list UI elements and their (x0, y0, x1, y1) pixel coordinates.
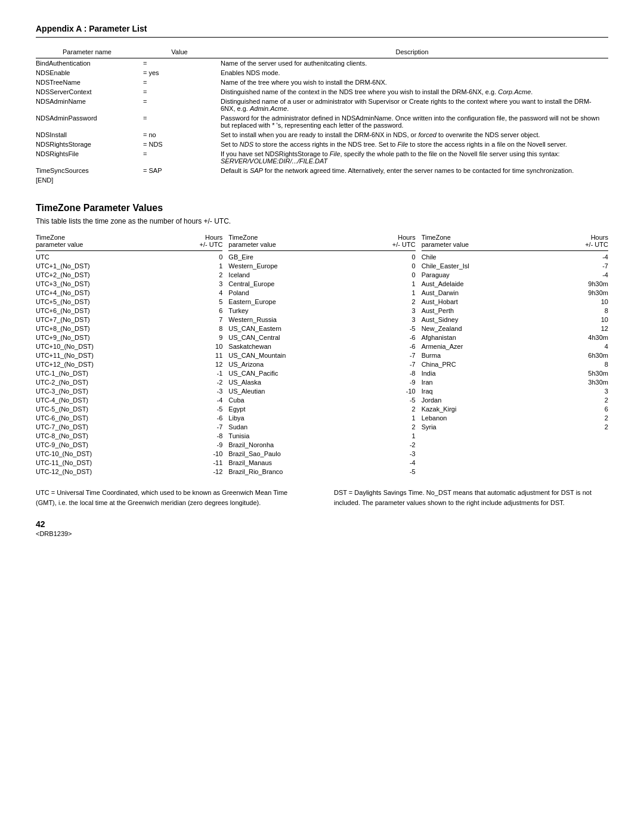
tz-row-name: Turkey (228, 307, 248, 314)
tz-row-hours: 9 (219, 334, 222, 341)
list-item: UTC+2_(No_DST)2 (36, 270, 222, 279)
tz-row-name: US_CAN_Pacific (228, 370, 278, 377)
tz-row-name: UTC+11_(No_DST) (36, 352, 94, 359)
footer-note-right: DST = Daylights Savings Time. No_DST mea… (334, 488, 608, 507)
table-row: NDSRightsStorage= NDSSet to NDS to store… (36, 140, 608, 149)
tz-row-hours: 6 (219, 307, 222, 314)
table-row: NDSEnable= yesEnables NDS mode. (36, 68, 608, 78)
tz-row-name: UTC+12_(No_DST) (36, 361, 94, 368)
tz-row-hours: 3 (412, 316, 416, 323)
tz-row-name: Aust_Sidney (422, 316, 459, 323)
tz-row-hours: 8 (605, 307, 608, 314)
list-item: Aust_Sidney10 (422, 315, 608, 324)
param-name: [END] (36, 175, 143, 185)
tz-row-name: UTC+4_(No_DST) (36, 289, 90, 296)
list-item: Iceland0 (228, 270, 415, 279)
tz-row-hours: 4h30m (588, 334, 608, 341)
tz-col1-header-hours: Hours +/- UTC (200, 234, 223, 248)
tz-row-hours: -8 (217, 432, 223, 439)
list-item: Syria2 (422, 422, 608, 431)
tz-row-hours: 2 (412, 423, 416, 431)
tz-row-name: India (422, 370, 436, 377)
list-item: UTC+6_(No_DST)6 (36, 306, 222, 315)
col-header-name: Parameter name (36, 47, 143, 58)
list-item: UTC+7_(No_DST)7 (36, 315, 222, 324)
tz-row-hours: -4 (602, 271, 608, 278)
list-item: Brazil_Rio_Branco-5 (228, 467, 415, 476)
list-item: Lebanon2 (422, 413, 608, 422)
list-item: New_Zealand12 (422, 324, 608, 333)
list-item: Aust_Darwin9h30m (422, 288, 608, 297)
tz-row-hours: 1 (219, 262, 222, 270)
tz-row-name: UTC+10_(No_DST) (36, 343, 94, 350)
tz-row-name: UTC-11_(No_DST) (36, 459, 92, 466)
tz-row-name: UTC-2_(No_DST) (36, 379, 88, 386)
tz-row-hours: -11 (213, 459, 222, 466)
tz-row-hours: -2 (410, 441, 416, 448)
appendix-header: Appendix A : Parameter List (36, 24, 608, 38)
tz-col3-header-hours: Hours +/- UTC (585, 234, 608, 248)
list-item: Burma6h30m (422, 351, 608, 360)
tz-row-name: UTC+9_(No_DST) (36, 334, 90, 341)
tz-row-hours: -7 (410, 352, 416, 359)
appendix-title: Appendix A : Parameter List (36, 24, 608, 33)
param-desc: Password for the administrator defined i… (221, 113, 608, 130)
tz-row-hours: 3 (605, 388, 608, 395)
list-item: Jordan2 (422, 395, 608, 404)
list-item: India5h30m (422, 368, 608, 377)
tz-row-name: Eastern_Europe (228, 298, 276, 305)
table-row: NDSTreeName=Name of the tree where you w… (36, 78, 608, 87)
tz-row-hours: 11 (215, 352, 222, 359)
param-value: = NDS (143, 140, 221, 149)
tz-row-hours: -5 (217, 405, 223, 413)
tz-row-hours: 3h30m (588, 379, 608, 386)
list-item: Central_Europe1 (228, 279, 415, 288)
tz-row-name: Burma (422, 352, 441, 359)
tz-row-hours: 6 (605, 405, 608, 413)
tz-row-hours: 12 (215, 361, 222, 368)
tz-row-hours: -12 (213, 468, 222, 475)
param-name: NDSRightsStorage (36, 140, 143, 149)
tz-row-name: UTC+7_(No_DST) (36, 316, 90, 323)
table-row: NDSServerContext=Distinguished name of t… (36, 87, 608, 97)
tz-row-name: Paraguay (422, 271, 450, 278)
tz-col2-header-hours: Hours +/- UTC (392, 234, 416, 248)
tz-row-name: US_Arizona (228, 361, 264, 368)
tz-row-name: Brazil_Sao_Paulo (228, 450, 280, 457)
tz-row-hours: -10 (406, 388, 416, 395)
page-code: <DRB1239> (36, 530, 608, 537)
list-item: UTC-8_(No_DST)-8 (36, 431, 222, 440)
list-item: Sudan2 (228, 422, 415, 431)
tz-section-title: TimeZone Parameter Values (36, 203, 608, 213)
tz-row-name: Central_Europe (228, 280, 274, 287)
param-name: NDSServerContext (36, 87, 143, 97)
list-item: Egypt2 (228, 404, 415, 413)
list-item: UTC+1_(No_DST)1 (36, 261, 222, 270)
list-item: Aust_Adelaide9h30m (422, 279, 608, 288)
tz-row-name: Brazil_Noronha (228, 441, 274, 448)
tz-row-name: UTC-1_(No_DST) (36, 370, 88, 377)
list-item: UTC-3_(No_DST)-3 (36, 386, 222, 395)
list-item: US_Aleutian-10 (228, 386, 415, 395)
tz-row-hours: 10 (215, 343, 222, 350)
tz-row-name: UTC (36, 253, 49, 261)
tz-row-name: UTC-4_(No_DST) (36, 397, 88, 404)
tz-row-hours: -5 (410, 468, 416, 475)
parameter-table: Parameter name Value Description BindAut… (36, 47, 608, 185)
tz-col3-header-label: TimeZone parameter value (422, 234, 469, 248)
tz-row-hours: -6 (410, 343, 416, 350)
list-item: UTC-5_(No_DST)-5 (36, 404, 222, 413)
tz-row-name: UTC+5_(No_DST) (36, 298, 90, 305)
tz-row-name: UTC-10_(No_DST) (36, 450, 92, 457)
tz-row-name: US_CAN_Central (228, 334, 280, 341)
tz-row-hours: 2 (605, 423, 608, 431)
list-item: Tunisia1 (228, 431, 415, 440)
tz-row-name: UTC+8_(No_DST) (36, 325, 90, 332)
list-item: Brazil_Manaus-4 (228, 458, 415, 467)
table-row: NDSAdminName=Distinguished name of a use… (36, 97, 608, 113)
param-value: = no (143, 130, 221, 140)
list-item: Libya1 (228, 413, 415, 422)
tz-row-name: US_Aleutian (228, 388, 265, 395)
tz-row-hours: 1 (412, 280, 416, 287)
tz-row-hours: 4 (605, 343, 608, 350)
